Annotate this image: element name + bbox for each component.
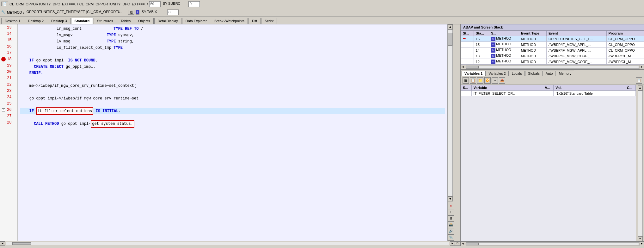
tab-objects[interactable]: Objects bbox=[135, 18, 153, 24]
vars-scroll-up[interactable]: ▲ bbox=[638, 86, 643, 91]
gutter-22 bbox=[0, 81, 7, 88]
stack-row[interactable]: ⇒ 16 MMETHOD METHOD OPPORTUNITIES_GET_E.… bbox=[461, 36, 644, 42]
scroll-down-btn[interactable]: ▼ bbox=[448, 196, 453, 201]
stack-cell-event: /IWBEP/IF_MGW_APPL_... bbox=[546, 42, 606, 48]
stack-cell-program: CL_CRM_OPPO bbox=[606, 42, 644, 48]
method-icon: 🔧 bbox=[1, 10, 6, 14]
code-panel: 13 14 15 16 17 bbox=[0, 24, 461, 246]
code-line-15: lv_msg TYPE string, bbox=[20, 38, 445, 45]
code-line-22: me->/iwbep/if_mgw_core_srv_runtime~set_c… bbox=[20, 83, 445, 89]
tab-standard[interactable]: Standard bbox=[71, 18, 93, 24]
tab-tables[interactable]: Tables bbox=[117, 18, 134, 24]
right-icon-col: ▲ ▼ ✕ ↕ 🖥 📸 🔊 📎 bbox=[447, 24, 460, 241]
tab-breakpoints[interactable]: Break./Watchpoints bbox=[211, 18, 248, 24]
stack-cell-sta1: 15 bbox=[474, 42, 489, 48]
vars-scroll-down[interactable]: ▼ bbox=[638, 236, 643, 241]
vars-sort-btn[interactable]: 🔀 bbox=[484, 77, 491, 84]
code-content-area: lr_msg_cont TYPE REF TO / lv_msgv TYPE s… bbox=[18, 24, 447, 241]
code-line-14: lv_msgv TYPE symsgv, bbox=[20, 32, 445, 38]
code-line-16: ls_filter_select_opt_tmp TYPE bbox=[20, 45, 445, 51]
vars-tab-memory[interactable]: Memory bbox=[556, 71, 574, 76]
vars-tab-auto[interactable]: Auto bbox=[543, 71, 556, 76]
stack-cell-program: CL_CRM_OPPO bbox=[606, 36, 644, 42]
line-14: 14 bbox=[0, 31, 17, 37]
file2-label: CL_CRM_OPPORTUNITY_DPC_EXT===. bbox=[79, 2, 146, 6]
sy-subrc-value: 0 bbox=[188, 1, 200, 7]
icon-speaker[interactable]: 🔊 bbox=[448, 228, 454, 234]
vars-export-btn[interactable]: 📤 bbox=[499, 77, 505, 84]
stack-cell-sta1: 14 bbox=[474, 48, 489, 53]
tab-diff[interactable]: Diff bbox=[248, 18, 261, 24]
scroll-track bbox=[448, 29, 453, 196]
code-bottom-scrollbar: ◄ ► □ bbox=[0, 241, 460, 246]
vars-tab-1[interactable]: Variables 1 bbox=[462, 71, 486, 76]
vars-col-c: C... bbox=[625, 85, 636, 91]
stack-hscroll-thumb[interactable] bbox=[466, 66, 479, 68]
stack-hscroll-left[interactable]: ◄ bbox=[461, 65, 465, 69]
expand-26[interactable]: − bbox=[2, 108, 5, 111]
line-20: 20 bbox=[0, 69, 17, 75]
gutter-20 bbox=[0, 69, 7, 75]
vars-tab-2[interactable]: Variables 2 bbox=[486, 71, 509, 76]
icon-close[interactable]: ✕ bbox=[448, 203, 454, 209]
stack-row[interactable]: 12 MMETHOD METHOD /IWBEP/IF_MGW_CORE_...… bbox=[461, 59, 644, 65]
boxed-get-system-status: get system status. bbox=[91, 120, 134, 128]
vars-col-val: Val. bbox=[554, 85, 625, 91]
stack-row[interactable]: 13 MMETHOD METHOD /IWBEP/IF_MGW_CORE_...… bbox=[461, 53, 644, 59]
stack-cell-event: /IWBEP/IF_MGW_APPL_... bbox=[546, 48, 606, 53]
stack-cell-event-type: METHOD bbox=[519, 48, 546, 53]
tab-structures[interactable]: Structures bbox=[94, 18, 116, 24]
gutter-15 bbox=[0, 37, 7, 43]
line-27: 27 bbox=[0, 113, 17, 119]
linenum-26: 26 bbox=[7, 107, 13, 113]
hscroll-thumb[interactable] bbox=[12, 242, 31, 245]
vars-cell-v bbox=[543, 91, 554, 96]
vars-hscroll-right[interactable]: ► bbox=[640, 242, 644, 246]
stack-hscroll-right[interactable]: ► bbox=[640, 65, 644, 69]
line-input[interactable]: 59 bbox=[149, 1, 161, 7]
vars-tab-globals[interactable]: Globals bbox=[525, 71, 543, 76]
icon-attach[interactable]: 📎 bbox=[448, 234, 454, 241]
linenum-14: 14 bbox=[7, 31, 13, 37]
info-icon[interactable]: i bbox=[136, 10, 139, 15]
tab-desktop2[interactable]: Desktop 2 bbox=[25, 18, 47, 24]
tab-desktop3[interactable]: Desktop 3 bbox=[48, 18, 71, 24]
hscroll-right[interactable]: ► bbox=[450, 241, 455, 246]
icon-camera[interactable]: 📸 bbox=[448, 222, 454, 228]
stack-col-s: S... bbox=[489, 31, 519, 36]
stack-cell-event-type: METHOD bbox=[519, 42, 546, 48]
abap-stack-panel: ABAP and Screen Stack St... Sta... S... … bbox=[461, 24, 644, 70]
linenum-23: 23 bbox=[7, 88, 13, 94]
tab-data-explorer[interactable]: Data Explorer bbox=[182, 18, 210, 24]
hscroll-left[interactable]: ◄ bbox=[0, 241, 5, 246]
icon-resize[interactable]: ↕ bbox=[448, 209, 454, 215]
vars-exchange-btn[interactable]: ↔ bbox=[492, 77, 498, 84]
vars-tab-locals[interactable]: Locals bbox=[509, 71, 525, 76]
tab-detaildisplay[interactable]: DetailDisplay bbox=[154, 18, 181, 24]
line-21: 21 bbox=[0, 75, 17, 81]
vars-row[interactable]: IT_FILTER_SELECT_OP... [1x2(16)]Standard… bbox=[461, 91, 636, 96]
main-layout: 13 14 15 16 17 bbox=[0, 24, 644, 246]
stack-cell-event-type: METHOD bbox=[519, 59, 546, 65]
vars-hscroll-thumb[interactable] bbox=[466, 243, 479, 245]
vars-right-btn[interactable]: 📋 bbox=[636, 77, 642, 84]
tab-desktop1[interactable]: Desktop 1 bbox=[1, 18, 24, 24]
scroll-thumb[interactable] bbox=[448, 33, 452, 46]
linenum-25: 25 bbox=[7, 100, 13, 107]
file-icon1: 📄 bbox=[1, 2, 8, 6]
stack-cell-icon: MMETHOD bbox=[489, 42, 519, 48]
stack-row[interactable]: 15 MMETHOD METHOD /IWBEP/IF_MGW_APPL_...… bbox=[461, 42, 644, 48]
vars-hscroll-left[interactable]: ◄ bbox=[461, 242, 465, 246]
vars-folder-btn[interactable]: 📁 bbox=[477, 77, 483, 84]
vars-delete-btn[interactable]: 🗑 bbox=[463, 77, 469, 84]
stack-cell-event: OPPORTUNITIES_GET_E... bbox=[546, 36, 606, 42]
stack-hscroll-track bbox=[466, 66, 639, 69]
stack-cell-arrow bbox=[461, 53, 474, 59]
icon-display1[interactable]: 🖥 bbox=[448, 215, 454, 222]
scroll-up-btn[interactable]: ▲ bbox=[448, 24, 453, 29]
tab-script[interactable]: Script bbox=[261, 18, 277, 24]
stack-hscrollbar: ◄ ► bbox=[461, 65, 644, 69]
vars-copy-btn[interactable]: 📋 bbox=[470, 77, 476, 84]
linenum-18: 18 bbox=[7, 56, 13, 62]
stack-row[interactable]: 14 MMETHOD METHOD /IWBEP/IF_MGW_APPL_...… bbox=[461, 48, 644, 53]
